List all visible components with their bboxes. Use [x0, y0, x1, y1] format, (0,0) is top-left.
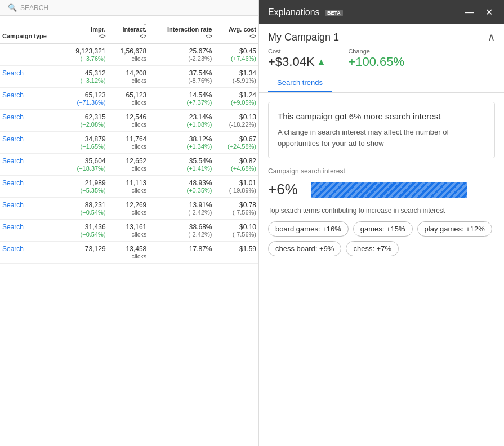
search-icon: 🔍 — [8, 3, 17, 12]
cell-campaign[interactable]: Search — [0, 198, 62, 220]
cell-cost: $0.67(+24.58%) — [214, 132, 258, 154]
table-panel: 🔍 SEARCH Campaign type Impr. <> ↓ Intera… — [0, 0, 259, 446]
cell-impr: 35,604(+18.37%) — [62, 154, 108, 176]
search-label: SEARCH — [20, 4, 48, 12]
info-card: This campaign got 6% more search interes… — [268, 102, 495, 158]
cell-impr: 31,436(+0.54%) — [62, 220, 108, 242]
interest-bar-fill — [311, 182, 467, 198]
panel-header: Explanations BETA — ✕ — [259, 0, 504, 24]
table-row[interactable]: Search45,312(+3.12%)14,208clicks37.54%(-… — [0, 66, 258, 88]
campaign-section: My Campaign 1 ∧ Cost +$3.04K ▲ Change +1… — [259, 24, 504, 93]
cell-rate: 35.54%(+1.41%) — [149, 154, 214, 176]
campaign-name: My Campaign 1 — [268, 32, 339, 43]
interest-section-label: Campaign search interest — [268, 167, 495, 175]
cell-interact: 12,652clicks — [108, 154, 149, 176]
cell-impr: 21,989(+5.35%) — [62, 176, 108, 198]
table-row[interactable]: Search88,231(+0.54%)12,269clicks13.91%(-… — [0, 198, 258, 220]
cell-interact: 1,56,678clicks — [108, 43, 149, 66]
table-row[interactable]: Search35,604(+18.37%)12,652clicks35.54%(… — [0, 154, 258, 176]
cell-campaign[interactable]: Search — [0, 176, 62, 198]
cell-cost: $0.82(+4.68%) — [214, 154, 258, 176]
change-label: Change — [348, 48, 404, 55]
cell-cost: $0.13(-18.22%) — [214, 110, 258, 132]
cell-rate: 14.54%(+7.37%) — [149, 88, 214, 110]
cell-cost: $0.10(-7.56%) — [214, 220, 258, 242]
cell-rate: 17.87% — [149, 242, 214, 264]
term-chip[interactable]: play games: +12% — [417, 221, 492, 237]
table-row[interactable]: Search34,879(+1.65%)11,764clicks38.12%(+… — [0, 132, 258, 154]
table-row[interactable]: Search73,12913,458clicks17.87%$1.59 — [0, 242, 258, 264]
cell-campaign[interactable]: Search — [0, 220, 62, 242]
interest-bar-container — [311, 182, 495, 198]
table-header-row: Campaign type Impr. <> ↓ Interact. <> In… — [0, 16, 258, 43]
cell-cost: $1.24(+9.05%) — [214, 88, 258, 110]
table-body: 9,123,321(+3.76%)1,56,678clicks25.67%(-2… — [0, 43, 258, 264]
col-avgcost[interactable]: Avg. cost <> — [214, 16, 258, 43]
cell-interact: 12,269clicks — [108, 198, 149, 220]
term-chip[interactable]: games: +15% — [353, 221, 413, 237]
panel-content: This campaign got 6% more search interes… — [259, 93, 504, 446]
cell-campaign[interactable]: Search — [0, 66, 62, 88]
cell-impr: 88,231(+0.54%) — [62, 198, 108, 220]
cell-interact: 11,764clicks — [108, 132, 149, 154]
cell-campaign[interactable] — [0, 43, 62, 66]
terms-row: board games: +16%games: +15%play games: … — [268, 221, 495, 256]
chevron-up-icon[interactable]: ∧ — [488, 31, 495, 43]
cell-impr: 73,129 — [62, 242, 108, 264]
up-arrow-icon: ▲ — [317, 57, 326, 67]
top-terms-label: Top search terms contributing to increas… — [268, 206, 495, 216]
col-rate[interactable]: Interaction rate <> — [149, 16, 214, 43]
right-panel: Explanations BETA — ✕ My Campaign 1 ∧ Co… — [259, 0, 504, 446]
cell-interact: 11,113clicks — [108, 176, 149, 198]
term-chip[interactable]: chess board: +9% — [268, 241, 341, 256]
table-row[interactable]: 9,123,321(+3.76%)1,56,678clicks25.67%(-2… — [0, 43, 258, 66]
cell-cost: $1.01(-19.89%) — [214, 176, 258, 198]
cell-interact: 65,123clicks — [108, 88, 149, 110]
cell-rate: 38.68%(-2.42%) — [149, 220, 214, 242]
minimize-button[interactable]: — — [463, 6, 476, 19]
cell-rate: 48.93%(+0.35%) — [149, 176, 214, 198]
close-button[interactable]: ✕ — [483, 6, 495, 19]
cell-campaign[interactable]: Search — [0, 110, 62, 132]
cell-cost: $1.59 — [214, 242, 258, 264]
term-chip[interactable]: board games: +16% — [268, 221, 349, 237]
cell-campaign[interactable]: Search — [0, 88, 62, 110]
table-row[interactable]: Search65,123(+71.36%)65,123clicks14.54%(… — [0, 88, 258, 110]
campaigns-table: Campaign type Impr. <> ↓ Interact. <> In… — [0, 16, 258, 264]
search-bar[interactable]: 🔍 SEARCH — [0, 0, 258, 16]
card-desc: A change in search interest may affect t… — [278, 127, 485, 149]
cell-interact: 12,546clicks — [108, 110, 149, 132]
cell-campaign[interactable]: Search — [0, 154, 62, 176]
cell-rate: 13.91%(-2.42%) — [149, 198, 214, 220]
term-chip[interactable]: chess: +7% — [346, 241, 399, 256]
table-row[interactable]: Search62,315(+2.08%)12,546clicks23.14%(+… — [0, 110, 258, 132]
table-row[interactable]: Search31,436(+0.54%)13,161clicks38.68%(-… — [0, 220, 258, 242]
cell-interact: 13,161clicks — [108, 220, 149, 242]
interest-bar-row: +6% — [268, 181, 495, 198]
cell-impr: 65,123(+71.36%) — [62, 88, 108, 110]
cell-interact: 14,208clicks — [108, 66, 149, 88]
tab-search-trends[interactable]: Search trends — [268, 74, 332, 92]
cell-campaign[interactable]: Search — [0, 242, 62, 264]
cell-impr: 9,123,321(+3.76%) — [62, 43, 108, 66]
card-title: This campaign got 6% more search interes… — [278, 112, 485, 121]
col-interact[interactable]: ↓ Interact. <> — [108, 16, 149, 43]
campaign-row: My Campaign 1 ∧ — [268, 31, 495, 43]
cell-campaign[interactable]: Search — [0, 132, 62, 154]
cell-cost: $0.45(+7.46%) — [214, 43, 258, 66]
tab-bar: Search trends — [268, 74, 495, 92]
col-impr[interactable]: Impr. <> — [62, 16, 108, 43]
cell-rate: 37.54%(-8.76%) — [149, 66, 214, 88]
cell-cost: $0.78(-7.56%) — [214, 198, 258, 220]
search-interest-section: Campaign search interest +6% Top search … — [268, 167, 495, 256]
cell-impr: 62,315(+2.08%) — [62, 110, 108, 132]
panel-title: Explanations — [268, 7, 320, 17]
cell-rate: 25.67%(-2.23%) — [149, 43, 214, 66]
table-row[interactable]: Search21,989(+5.35%)11,113clicks48.93%(+… — [0, 176, 258, 198]
cell-impr: 45,312(+3.12%) — [62, 66, 108, 88]
panel-title-area: Explanations BETA — [268, 7, 343, 17]
cell-interact: 13,458clicks — [108, 242, 149, 264]
cell-cost: $1.34(-5.91%) — [214, 66, 258, 88]
change-metric: Change +100.65% — [348, 48, 404, 69]
beta-badge: BETA — [325, 10, 343, 16]
